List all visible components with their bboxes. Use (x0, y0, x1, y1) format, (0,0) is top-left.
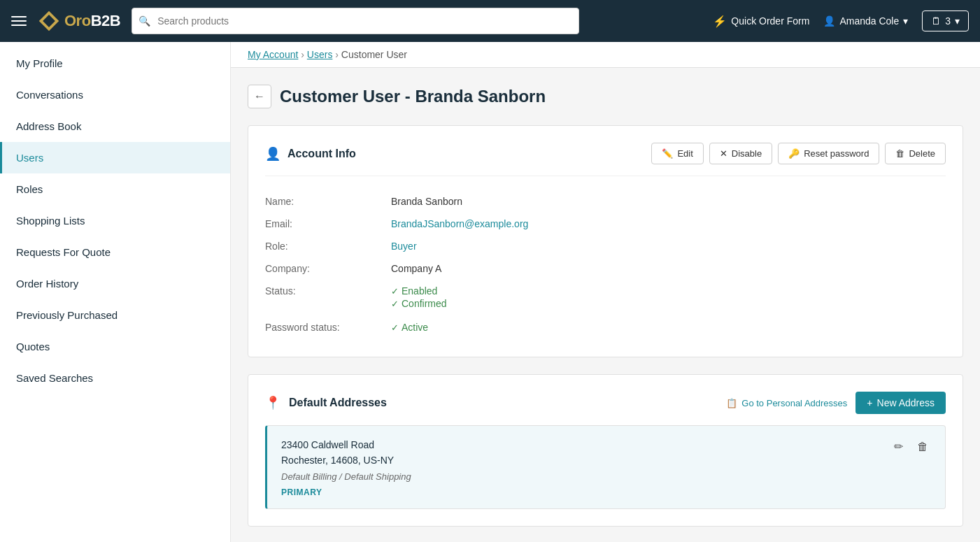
cart-dropdown-icon: ▾ (955, 15, 960, 27)
search-input[interactable] (132, 8, 579, 34)
delete-label: Delete (909, 148, 935, 159)
sidebar-item-label: Users (16, 152, 43, 164)
back-button[interactable]: ← (248, 85, 271, 108)
header-right: ⚡ Quick Order Form 👤 Amanda Cole ▾ 🗒 3 ▾ (713, 10, 969, 31)
quick-order-button[interactable]: ⚡ Quick Order Form (713, 15, 809, 28)
addresses-section: 📍 Default Addresses 📋 Go to Personal Add… (248, 374, 963, 527)
address-details: 23400 Caldwell Road Rochester, 14608, US… (281, 437, 411, 497)
sidebar-item-roles[interactable]: Roles (0, 173, 230, 205)
cart-button[interactable]: 🗒 3 ▾ (922, 10, 969, 31)
account-info-title: Account Info (287, 148, 644, 160)
password-status-row: Password status: ✓ Active (265, 316, 946, 340)
cart-icon: 🗒 (931, 15, 941, 27)
addresses-title: Default Addresses (289, 397, 718, 409)
status-value: ✓ Enabled ✓ Confirmed (391, 285, 447, 311)
name-row: Name: Branda Sanborn (265, 190, 946, 213)
address-badge: PRIMARY (281, 487, 411, 497)
account-info-actions: ✏️ Edit ✕ Disable 🔑 Reset password 🗑 (651, 143, 946, 164)
page-layout: My Profile Conversations Address Book Us… (0, 42, 980, 542)
new-address-button[interactable]: + New Address (855, 392, 946, 414)
go-personal-icon: 📋 (726, 398, 737, 408)
address-edit-button[interactable]: ✏ (891, 437, 906, 456)
check-icon-confirmed: ✓ (391, 299, 399, 309)
addresses-header: 📍 Default Addresses 📋 Go to Personal Add… (265, 392, 946, 414)
sidebar-item-label: Quotes (16, 341, 50, 352)
sidebar-item-users[interactable]: Users (0, 142, 230, 173)
sidebar-item-shopping-lists[interactable]: Shopping Lists (0, 205, 230, 236)
user-icon: 👤 (823, 15, 835, 27)
go-personal-label: Go to Personal Addresses (741, 398, 847, 408)
sidebar-item-conversations[interactable]: Conversations (0, 79, 230, 110)
page-title: Customer User - Branda Sanborn (280, 87, 546, 106)
location-icon: 📍 (265, 395, 280, 411)
logo-text: OroB2B (64, 12, 120, 30)
sidebar-item-address-book[interactable]: Address Book (0, 110, 230, 142)
page-title-row: ← Customer User - Branda Sanborn (248, 85, 963, 108)
account-info-header: 👤 Account Info ✏️ Edit ✕ Disable 🔑 (265, 143, 946, 176)
sidebar: My Profile Conversations Address Book Us… (0, 42, 231, 542)
sidebar-item-previously-purchased[interactable]: Previously Purchased (0, 299, 230, 331)
check-icon-enabled: ✓ (391, 286, 399, 297)
address-delete-button[interactable]: 🗑 (914, 438, 931, 456)
role-link[interactable]: Buyer (391, 241, 417, 252)
delete-button[interactable]: 🗑 Delete (885, 143, 946, 164)
name-value: Branda Sanborn (391, 196, 462, 207)
header: OroB2B 🔍 ⚡ Quick Order Form 👤 Amanda Col… (0, 0, 980, 42)
role-row: Role: Buyer (265, 235, 946, 257)
search-container: 🔍 (132, 8, 579, 34)
name-label: Name: (265, 196, 391, 207)
email-label: Email: (265, 218, 391, 229)
sidebar-item-label: Conversations (16, 89, 83, 101)
address-meta: Default Billing / Default Shipping (281, 471, 411, 482)
password-status-label: Password status: (265, 322, 391, 334)
sidebar-item-label: Shopping Lists (16, 215, 85, 227)
reset-password-button[interactable]: 🔑 Reset password (778, 143, 879, 164)
sidebar-item-my-profile[interactable]: My Profile (0, 48, 230, 79)
company-row: Company: Company A (265, 257, 946, 280)
sidebar-item-order-history[interactable]: Order History (0, 268, 230, 299)
check-icon-active: ✓ (391, 322, 399, 333)
role-value: Buyer (391, 241, 417, 252)
sidebar-item-label: Saved Searches (16, 372, 93, 384)
company-value: Company A (391, 263, 441, 274)
info-table: Name: Branda Sanborn Email: BrandaJSanbo… (265, 190, 946, 340)
quick-order-icon: ⚡ (713, 15, 727, 28)
cart-count: 3 (945, 15, 951, 27)
logo[interactable]: OroB2B (38, 10, 120, 32)
hamburger-menu-icon[interactable] (11, 16, 27, 26)
edit-button[interactable]: ✏️ Edit (651, 143, 703, 164)
status-label: Status: (265, 285, 391, 311)
company-label: Company: (265, 263, 391, 274)
sidebar-item-saved-searches[interactable]: Saved Searches (0, 362, 230, 394)
password-status-value: ✓ Active (391, 322, 428, 334)
sidebar-item-label: Address Book (16, 120, 81, 132)
quick-order-label: Quick Order Form (731, 15, 809, 27)
sidebar-item-label: Roles (16, 183, 43, 195)
sidebar-item-label: Order History (16, 278, 78, 290)
disable-label: Disable (732, 148, 762, 159)
sidebar-item-label: My Profile (16, 57, 63, 69)
sidebar-item-label: Previously Purchased (16, 309, 118, 321)
breadcrumb-users[interactable]: Users (307, 49, 333, 60)
new-address-label: New Address (877, 397, 935, 408)
address-card: 23400 Caldwell Road Rochester, 14608, US… (265, 425, 946, 509)
disable-button[interactable]: ✕ Disable (709, 143, 772, 164)
user-menu[interactable]: 👤 Amanda Cole ▾ (823, 15, 908, 27)
address-line2: Rochester, 14608, US-NY (281, 452, 411, 468)
delete-icon: 🗑 (895, 148, 904, 159)
sidebar-item-requests-for-quote[interactable]: Requests For Quote (0, 236, 230, 268)
sidebar-item-quotes[interactable]: Quotes (0, 331, 230, 362)
breadcrumb-my-account[interactable]: My Account (248, 49, 298, 60)
email-value: BrandaJSanborn@example.org (391, 218, 528, 229)
search-icon: 🔍 (139, 15, 150, 27)
email-link[interactable]: BrandaJSanborn@example.org (391, 218, 528, 229)
disable-icon: ✕ (720, 148, 727, 159)
edit-icon: ✏️ (662, 148, 673, 159)
status-enabled: ✓ Enabled (391, 285, 447, 297)
breadcrumb-current: Customer User (341, 49, 407, 60)
content-area: ← Customer User - Branda Sanborn 👤 Accou… (231, 68, 980, 542)
edit-label: Edit (677, 148, 693, 159)
account-info-icon: 👤 (265, 146, 280, 162)
user-dropdown-icon: ▾ (903, 15, 908, 27)
go-personal-addresses-button[interactable]: 📋 Go to Personal Addresses (726, 398, 847, 408)
